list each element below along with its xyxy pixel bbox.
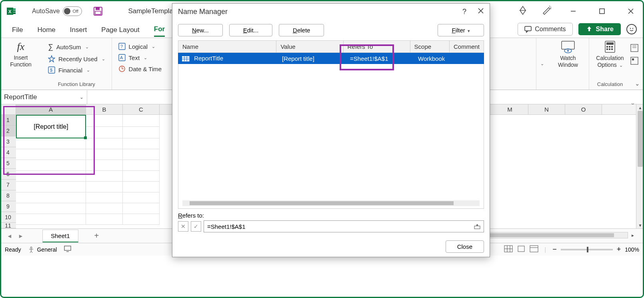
cell-b3[interactable] bbox=[86, 138, 123, 149]
fill-handle[interactable] bbox=[84, 136, 87, 139]
collapse-dialog-icon[interactable] bbox=[474, 224, 480, 229]
share-button[interactable]: Share bbox=[578, 23, 621, 35]
cell-b6[interactable] bbox=[86, 171, 123, 182]
autosave-toggle[interactable]: AutoSave Off bbox=[32, 6, 82, 16]
select-all-corner[interactable] bbox=[0, 104, 16, 115]
watch-window-button[interactable]: Watch Window bbox=[552, 40, 584, 68]
tab-page-layout[interactable]: Page Layout bbox=[101, 24, 139, 36]
cell-c1[interactable] bbox=[123, 115, 160, 127]
row-header-4[interactable]: 4 bbox=[0, 147, 16, 158]
logical-button[interactable]: ? Logical ⌄ bbox=[117, 42, 164, 51]
zoom-in-button[interactable]: + bbox=[617, 245, 621, 254]
cell-c9[interactable] bbox=[123, 203, 160, 214]
cell-b2[interactable] bbox=[86, 127, 123, 138]
view-page-layout-icon[interactable] bbox=[517, 245, 526, 254]
dialog-list-body[interactable] bbox=[178, 64, 484, 209]
cell-b1[interactable] bbox=[86, 115, 123, 127]
name-box[interactable]: ReportTitle ⌄ bbox=[0, 90, 87, 104]
dialog-hscroll-thumb[interactable] bbox=[190, 201, 454, 205]
row-header-5[interactable]: 5 bbox=[0, 158, 16, 169]
dialog-close-button[interactable] bbox=[478, 8, 484, 16]
view-normal-icon[interactable] bbox=[504, 245, 513, 254]
save-button[interactable] bbox=[93, 6, 103, 16]
view-page-break-icon[interactable] bbox=[530, 245, 538, 254]
zoom-value[interactable]: 100% bbox=[625, 246, 639, 253]
zoom-slider[interactable] bbox=[561, 249, 613, 250]
cell-a3[interactable] bbox=[16, 138, 86, 149]
row-header-7[interactable]: 7 bbox=[0, 180, 16, 190]
cell-a6[interactable] bbox=[16, 171, 86, 182]
pen-icon[interactable] bbox=[542, 5, 552, 17]
cell-a5[interactable] bbox=[16, 160, 86, 171]
cell-b8[interactable] bbox=[86, 192, 123, 203]
tab-formulas[interactable]: For bbox=[154, 23, 165, 37]
edit-button[interactable]: Edit... bbox=[229, 24, 272, 36]
ribbon-overflow[interactable]: ⌄ bbox=[536, 38, 547, 90]
row-header-8[interactable]: 8 bbox=[0, 190, 16, 201]
calc-now-icon[interactable] bbox=[630, 44, 639, 54]
accessibility-icon[interactable]: General bbox=[28, 246, 57, 253]
scroll-down-arrow[interactable]: ▼ bbox=[636, 222, 644, 228]
sheet-prev-button[interactable]: ◄ bbox=[4, 233, 15, 239]
sheet-next-button[interactable]: ► bbox=[15, 233, 26, 239]
insert-function-button[interactable]: fx Insert Function bbox=[5, 40, 37, 68]
financial-button[interactable]: $ Financial ⌄ bbox=[46, 66, 107, 74]
cell-b5[interactable] bbox=[86, 160, 123, 171]
col-header-n[interactable]: N bbox=[528, 104, 565, 114]
cell-c2[interactable] bbox=[123, 127, 160, 138]
autosum-button[interactable]: ∑ AutoSum ⌄ bbox=[46, 42, 107, 52]
cell-c3[interactable] bbox=[123, 138, 160, 149]
feedback-icon[interactable] bbox=[626, 24, 637, 34]
dialog-title-bar[interactable]: Name Manager ? bbox=[172, 4, 490, 20]
row-header-3[interactable]: 3 bbox=[0, 136, 16, 147]
cell-c4[interactable] bbox=[123, 149, 160, 160]
cell-a7[interactable] bbox=[16, 182, 86, 192]
scroll-up-arrow[interactable]: ▲ bbox=[636, 104, 644, 111]
vertical-scrollbar[interactable]: ▲ ▼ bbox=[636, 104, 644, 228]
col-header-b[interactable]: B bbox=[86, 104, 123, 114]
dialog-help-button[interactable]: ? bbox=[462, 8, 466, 16]
row-header-6[interactable]: 6 bbox=[0, 169, 16, 180]
col-header-m[interactable]: M bbox=[492, 104, 528, 114]
cell-b4[interactable] bbox=[86, 149, 123, 160]
recently-used-button[interactable]: Recently Used ⌄ bbox=[46, 54, 107, 63]
cell-a9[interactable] bbox=[16, 203, 86, 214]
display-settings-icon[interactable] bbox=[64, 246, 71, 253]
tab-home[interactable]: Home bbox=[37, 24, 55, 36]
hscroll-right[interactable]: ► bbox=[630, 232, 636, 238]
ribbon-collapse-button[interactable]: ⌄ bbox=[635, 80, 640, 87]
scrollbar-thumb[interactable] bbox=[638, 111, 643, 167]
calc-sheet-icon[interactable] bbox=[630, 56, 639, 67]
cell-a10[interactable] bbox=[16, 214, 86, 225]
close-dialog-button[interactable]: Close bbox=[446, 240, 484, 253]
close-button[interactable] bbox=[623, 4, 638, 19]
refers-accept-button[interactable]: ✓ bbox=[191, 221, 201, 232]
comments-button[interactable]: Comments bbox=[518, 23, 572, 36]
col-name[interactable]: Name bbox=[178, 41, 276, 52]
cell-b7[interactable] bbox=[86, 182, 123, 192]
cell-c6[interactable] bbox=[123, 171, 160, 182]
name-row-selected[interactable]: ReportTitle [Report title] =Sheet1!$A$1 … bbox=[178, 53, 484, 64]
col-header-a[interactable]: A bbox=[16, 104, 86, 114]
sheet-tab-sheet1[interactable]: Sheet1 bbox=[42, 230, 78, 242]
col-scope[interactable]: Scope bbox=[410, 41, 450, 52]
cell-c10[interactable] bbox=[123, 214, 160, 225]
delete-button[interactable]: Delete bbox=[279, 24, 324, 36]
cell-a8[interactable] bbox=[16, 192, 86, 203]
refers-to-input[interactable]: =Sheet1!$A$1 bbox=[204, 220, 484, 232]
cell-a4[interactable] bbox=[16, 149, 86, 160]
zoom-out-button[interactable]: − bbox=[552, 245, 557, 254]
row-header-1[interactable]: 1 bbox=[0, 115, 16, 126]
maximize-button[interactable] bbox=[594, 4, 610, 19]
refers-cancel-button[interactable]: ✕ bbox=[178, 221, 188, 232]
filter-button[interactable]: Filter ▾ bbox=[438, 24, 484, 36]
row-header-11[interactable]: 11 bbox=[0, 223, 16, 228]
dialog-hscroll[interactable] bbox=[182, 200, 480, 206]
cell-a1-a2[interactable]: [Report title] bbox=[16, 115, 86, 138]
col-value[interactable]: Value bbox=[276, 41, 343, 52]
cell-b9[interactable] bbox=[86, 203, 123, 214]
cell-c8[interactable] bbox=[123, 192, 160, 203]
col-refers[interactable]: Refers To bbox=[344, 41, 410, 52]
text-button[interactable]: A Text ⌄ bbox=[117, 53, 164, 62]
calc-options-button[interactable]: Calculation Options ⌄ bbox=[594, 40, 626, 68]
